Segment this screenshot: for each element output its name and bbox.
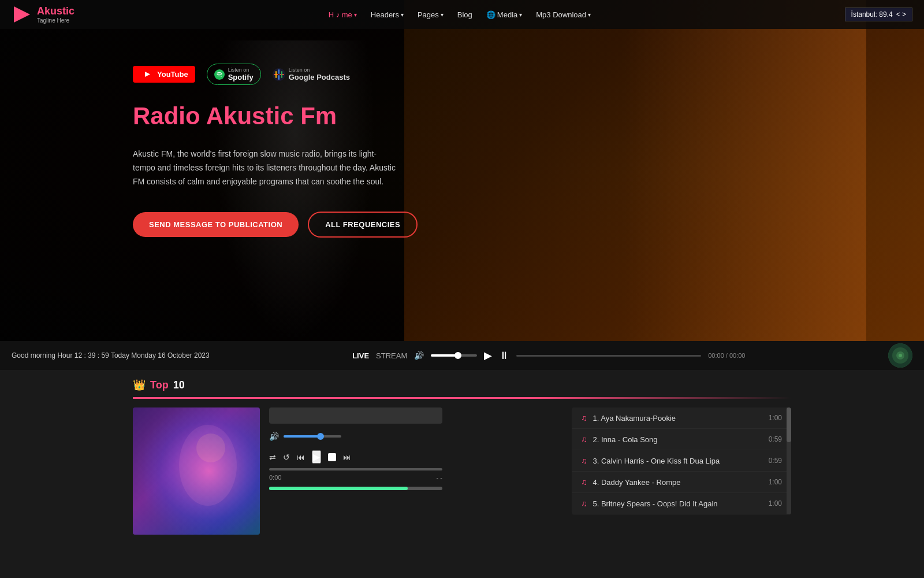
city-label: İstanbul: 89.4	[851, 10, 893, 18]
track-duration: 1:00	[769, 414, 782, 422]
player-volume-icon[interactable]: 🔊	[269, 432, 279, 441]
svg-rect-6	[278, 75, 280, 80]
live-avatar[interactable]	[888, 343, 912, 368]
player-vol-row: 🔊	[269, 432, 562, 441]
player-time-row: 0:00 - -	[269, 474, 442, 481]
next-button[interactable]: ⏭	[343, 453, 351, 462]
bottom-section: 👑 Top 10	[0, 373, 924, 578]
volume-fill	[431, 354, 459, 357]
chevron-down-icon: ▾	[519, 12, 522, 18]
spotify-icon	[214, 69, 225, 80]
player-vol-thumb	[317, 433, 324, 440]
logo[interactable]: Akustic Tagline Here	[12, 4, 74, 25]
album-art-overlay	[133, 407, 260, 535]
crown-icon: 👑	[133, 379, 146, 391]
logo-subtitle: Tagline Here	[37, 17, 74, 24]
chart-scrollbar[interactable]	[787, 407, 791, 514]
prev-button[interactable]: ⏮	[297, 453, 305, 462]
nav-item-pages[interactable]: Pages ▾	[418, 10, 444, 19]
repeat-button[interactable]: ↺	[283, 453, 290, 462]
arrows-icon: < >	[896, 10, 906, 18]
svg-marker-0	[14, 6, 30, 23]
hero-section: YouTube Listen on Spotify	[0, 0, 924, 341]
track-progress-bar[interactable]	[269, 487, 442, 490]
avatar-image	[888, 343, 912, 368]
chevron-down-icon: ▾	[441, 12, 444, 18]
gp-pre-label: Listen on	[289, 67, 350, 73]
nav-item-headers[interactable]: Headers ▾	[371, 10, 404, 19]
volume-thumb	[454, 352, 461, 359]
volume-icon[interactable]: 🔊	[414, 351, 424, 360]
nav-item-media[interactable]: 🌐 Media ▾	[486, 10, 522, 19]
chart-item[interactable]: ♫ 5. Britney Spears - Oops! Did It Again…	[572, 493, 791, 514]
all-frequencies-button[interactable]: ALL FREQUENCIES	[308, 212, 418, 238]
svg-rect-5	[278, 69, 280, 74]
spotify-badge[interactable]: Listen on Spotify	[207, 64, 261, 85]
top-num: 10	[173, 379, 185, 391]
chart-scrollbar-thumb[interactable]	[787, 407, 791, 442]
progress-bar[interactable]	[516, 355, 701, 357]
player-time-dots: - -	[437, 474, 442, 481]
player-btn-row: ⇄ ↺ ⏮ ▶ ⏭	[269, 450, 562, 464]
player-play-button[interactable]: ▶	[312, 450, 321, 464]
youtube-icon	[140, 69, 154, 79]
music-note-icon: ♫	[581, 456, 587, 465]
send-message-button[interactable]: SEND MESSAGE TO PUBLICATION	[133, 212, 299, 237]
google-podcasts-badge[interactable]: Listen on Google Podcasts	[273, 67, 350, 81]
music-note-icon: ♫	[581, 413, 587, 423]
hero-description: Akustic FM, the world's first foreign sl…	[133, 147, 398, 188]
shuffle-button[interactable]: ⇄	[269, 453, 276, 462]
chevron-down-icon: ▾	[588, 12, 591, 18]
hero-content: YouTube Listen on Spotify	[133, 64, 445, 238]
pause-button[interactable]: ⏸	[499, 350, 509, 362]
stream-label: STREAM	[376, 351, 407, 360]
player-area: 🔊 ⇄ ↺ ⏮ ▶ ⏭ 0:00 - -	[0, 399, 924, 535]
track-name: 1. Aya Nakamura-Pookie	[593, 414, 769, 423]
youtube-badge[interactable]: YouTube	[133, 66, 195, 83]
city-badge[interactable]: İstanbul: 89.4 < >	[845, 8, 912, 21]
chart-item[interactable]: ♫ 1. Aya Nakamura-Pookie 1:00	[572, 407, 791, 429]
player-stop-button[interactable]	[328, 453, 336, 461]
nav-links: H ♪ me ▾ Headers ▾ Pages ▾ Blog 🌐 Media …	[329, 10, 591, 19]
music-note-icon: ♫	[581, 499, 587, 508]
google-podcasts-icon	[273, 68, 285, 81]
logo-title: Akustic	[37, 5, 74, 17]
live-stream-bar: Good morning Hour 12 : 39 : 59 Today Mon…	[0, 341, 924, 370]
player-time-current: 0:00	[269, 474, 281, 481]
time-display: 00:00 / 00:00	[708, 352, 745, 359]
chart-item[interactable]: ♫ 2. Inna - Cola Song 0:59	[572, 429, 791, 450]
track-duration: 1:00	[769, 478, 782, 486]
nav-item-mp3[interactable]: Mp3 Download ▾	[536, 10, 591, 19]
player-volume-slider[interactable]	[284, 435, 341, 438]
gp-label: Google Podcasts	[289, 73, 350, 81]
logo-text: Akustic Tagline Here	[37, 5, 74, 24]
song-title-bar	[269, 407, 442, 424]
track-name: 3. Calvin Harris - One Kiss ft Dua Lipa	[593, 457, 769, 465]
svg-point-14	[899, 354, 902, 357]
player-progress-bar[interactable]	[269, 468, 442, 470]
nav-item-blog[interactable]: Blog	[457, 10, 472, 19]
track-duration: 0:59	[769, 457, 782, 465]
track-name: 2. Inna - Cola Song	[593, 435, 769, 444]
svg-rect-9	[275, 71, 277, 78]
hero-title: Radio Akustic Fm	[133, 102, 445, 130]
logo-icon	[12, 4, 32, 25]
live-label: LIVE	[352, 351, 369, 360]
navbar: Akustic Tagline Here H ♪ me ▾ Headers ▾ …	[0, 0, 924, 29]
track-duration: 0:59	[769, 435, 782, 443]
live-time-display: Good morning Hour 12 : 39 : 59 Today Mon…	[12, 351, 210, 360]
nav-item-home[interactable]: H ♪ me ▾	[329, 10, 357, 19]
live-player: LIVE STREAM 🔊 ▶ ⏸ 00:00 / 00:00	[352, 349, 745, 362]
track-duration: 1:00	[769, 499, 782, 507]
chart-item[interactable]: ♫ 3. Calvin Harris - One Kiss ft Dua Lip…	[572, 450, 791, 472]
player-vol-fill	[284, 435, 321, 438]
svg-rect-10	[281, 71, 282, 78]
volume-slider[interactable]	[431, 354, 477, 357]
hero-buttons: SEND MESSAGE TO PUBLICATION ALL FREQUENC…	[133, 212, 445, 238]
track-name: 5. Britney Spears - Oops! Did It Again	[593, 499, 769, 508]
track-progress-fill	[269, 487, 408, 490]
spotify-pre-label: Listen on	[228, 67, 254, 73]
top-label: Top	[150, 379, 169, 391]
play-button[interactable]: ▶	[484, 349, 492, 362]
chart-item[interactable]: ♫ 4. Daddy Yankee - Rompe 1:00	[572, 472, 791, 493]
